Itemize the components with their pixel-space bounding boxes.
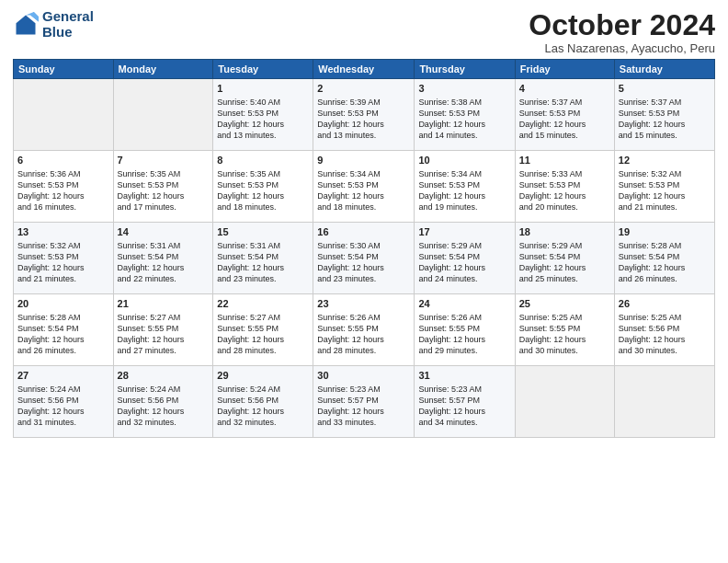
- logo-line2: Blue: [42, 24, 73, 40]
- day-info: and 13 minutes.: [317, 130, 410, 141]
- day-info: Sunset: 5:54 PM: [317, 251, 410, 262]
- day-info: and 24 minutes.: [418, 273, 510, 284]
- calendar-cell: 6Sunrise: 5:36 AMSunset: 5:53 PMDaylight…: [14, 151, 114, 223]
- header: General Blue October 2024 Las Nazarenas,…: [13, 9, 715, 55]
- day-info: and 19 minutes.: [418, 201, 510, 213]
- calendar-cell: 25Sunrise: 5:25 AMSunset: 5:55 PMDayligh…: [515, 294, 614, 366]
- day-info: Sunrise: 5:24 AM: [17, 384, 109, 395]
- calendar-cell: 5Sunrise: 5:37 AMSunset: 5:53 PMDaylight…: [614, 79, 714, 151]
- day-info: and 32 minutes.: [217, 417, 309, 428]
- day-number: 16: [317, 225, 410, 239]
- day-info: Daylight: 12 hours: [217, 334, 309, 345]
- calendar-cell: 7Sunrise: 5:35 AMSunset: 5:53 PMDaylight…: [113, 151, 213, 223]
- day-info: Sunset: 5:53 PM: [418, 179, 510, 190]
- day-info: Sunrise: 5:31 AM: [118, 240, 210, 251]
- calendar-cell: 28Sunrise: 5:24 AMSunset: 5:56 PMDayligh…: [113, 366, 213, 438]
- day-info: Sunset: 5:53 PM: [619, 108, 711, 119]
- day-info: Daylight: 12 hours: [418, 406, 510, 417]
- day-number: 5: [619, 82, 711, 96]
- day-info: Sunset: 5:53 PM: [118, 179, 210, 190]
- day-info: Daylight: 12 hours: [118, 334, 210, 345]
- calendar-week-4: 20Sunrise: 5:28 AMSunset: 5:54 PMDayligh…: [14, 294, 715, 366]
- day-info: Sunrise: 5:23 AM: [317, 384, 410, 395]
- day-info: Sunset: 5:56 PM: [118, 395, 210, 406]
- calendar-week-2: 6Sunrise: 5:36 AMSunset: 5:53 PMDaylight…: [14, 151, 715, 223]
- day-number: 23: [317, 297, 410, 311]
- day-info: and 21 minutes.: [17, 273, 109, 284]
- day-number: 4: [519, 82, 610, 96]
- day-number: 6: [17, 154, 109, 167]
- logo-icon: [13, 12, 39, 38]
- day-info: Daylight: 12 hours: [519, 119, 610, 130]
- day-info: Sunrise: 5:35 AM: [217, 168, 309, 179]
- calendar-cell: [515, 366, 614, 438]
- day-info: Sunrise: 5:31 AM: [217, 240, 309, 251]
- day-info: and 28 minutes.: [317, 345, 410, 356]
- day-info: and 22 minutes.: [118, 273, 210, 284]
- day-info: and 15 minutes.: [519, 130, 610, 141]
- calendar-cell: 30Sunrise: 5:23 AMSunset: 5:57 PMDayligh…: [313, 366, 415, 438]
- day-info: Sunrise: 5:37 AM: [519, 97, 610, 108]
- day-info: Sunset: 5:54 PM: [217, 251, 309, 262]
- day-info: and 33 minutes.: [317, 417, 410, 428]
- calendar-cell: 19Sunrise: 5:28 AMSunset: 5:54 PMDayligh…: [614, 223, 714, 294]
- day-info: Sunrise: 5:28 AM: [619, 240, 711, 251]
- day-info: and 34 minutes.: [418, 417, 510, 428]
- day-info: Sunset: 5:55 PM: [317, 323, 410, 334]
- day-info: and 25 minutes.: [519, 273, 610, 284]
- day-info: Sunrise: 5:27 AM: [217, 312, 309, 323]
- calendar-week-3: 13Sunrise: 5:32 AMSunset: 5:53 PMDayligh…: [14, 223, 715, 294]
- calendar-cell: 9Sunrise: 5:34 AMSunset: 5:53 PMDaylight…: [313, 151, 415, 223]
- calendar-cell: 4Sunrise: 5:37 AMSunset: 5:53 PMDaylight…: [515, 79, 614, 151]
- day-info: Sunrise: 5:30 AM: [317, 240, 410, 251]
- day-info: Daylight: 12 hours: [118, 262, 210, 273]
- day-number: 18: [519, 225, 610, 239]
- day-info: Sunset: 5:57 PM: [418, 395, 510, 406]
- day-info: and 30 minutes.: [519, 345, 610, 356]
- day-info: Daylight: 12 hours: [217, 262, 309, 273]
- header-monday: Monday: [113, 60, 213, 79]
- calendar-cell: 21Sunrise: 5:27 AMSunset: 5:55 PMDayligh…: [113, 294, 213, 366]
- calendar-cell: 22Sunrise: 5:27 AMSunset: 5:55 PMDayligh…: [213, 294, 313, 366]
- calendar-cell: 14Sunrise: 5:31 AMSunset: 5:54 PMDayligh…: [113, 223, 213, 294]
- location: Las Nazarenas, Ayacucho, Peru: [529, 41, 715, 55]
- day-info: Daylight: 12 hours: [619, 334, 711, 345]
- calendar-cell: 8Sunrise: 5:35 AMSunset: 5:53 PMDaylight…: [213, 151, 313, 223]
- calendar-cell: 2Sunrise: 5:39 AMSunset: 5:53 PMDaylight…: [313, 79, 415, 151]
- day-number: 10: [418, 154, 510, 167]
- day-info: Sunrise: 5:32 AM: [619, 168, 711, 179]
- calendar-week-1: 1Sunrise: 5:40 AMSunset: 5:53 PMDaylight…: [14, 79, 715, 151]
- day-info: Sunrise: 5:32 AM: [17, 240, 109, 251]
- day-number: 13: [17, 225, 109, 239]
- day-number: 29: [217, 369, 309, 383]
- day-info: Sunset: 5:56 PM: [619, 323, 711, 334]
- day-info: Sunrise: 5:25 AM: [519, 312, 610, 323]
- day-info: Sunrise: 5:35 AM: [118, 168, 210, 179]
- day-info: and 27 minutes.: [118, 345, 210, 356]
- day-info: and 30 minutes.: [619, 345, 711, 356]
- day-info: Sunset: 5:55 PM: [418, 323, 510, 334]
- day-info: Daylight: 12 hours: [118, 190, 210, 201]
- day-info: Daylight: 12 hours: [217, 190, 309, 201]
- day-info: and 23 minutes.: [217, 273, 309, 284]
- calendar-cell: 20Sunrise: 5:28 AMSunset: 5:54 PMDayligh…: [14, 294, 114, 366]
- day-info: and 29 minutes.: [418, 345, 510, 356]
- header-friday: Friday: [515, 60, 614, 79]
- day-info: Sunset: 5:55 PM: [217, 323, 309, 334]
- calendar-cell: 15Sunrise: 5:31 AMSunset: 5:54 PMDayligh…: [213, 223, 313, 294]
- svg-marker-0: [17, 15, 36, 34]
- day-info: and 17 minutes.: [118, 201, 210, 213]
- day-info: Sunset: 5:53 PM: [217, 108, 309, 119]
- day-info: Sunset: 5:55 PM: [118, 323, 210, 334]
- day-info: Daylight: 12 hours: [519, 190, 610, 201]
- calendar-cell: 31Sunrise: 5:23 AMSunset: 5:57 PMDayligh…: [415, 366, 515, 438]
- day-info: Sunrise: 5:24 AM: [118, 384, 210, 395]
- day-info: Daylight: 12 hours: [17, 190, 109, 201]
- day-info: Sunrise: 5:36 AM: [17, 168, 109, 179]
- day-info: Sunrise: 5:29 AM: [519, 240, 610, 251]
- day-info: Daylight: 12 hours: [317, 119, 410, 130]
- day-number: 30: [317, 369, 410, 383]
- calendar-cell: 11Sunrise: 5:33 AMSunset: 5:53 PMDayligh…: [515, 151, 614, 223]
- calendar-cell: 10Sunrise: 5:34 AMSunset: 5:53 PMDayligh…: [415, 151, 515, 223]
- day-info: Daylight: 12 hours: [317, 334, 410, 345]
